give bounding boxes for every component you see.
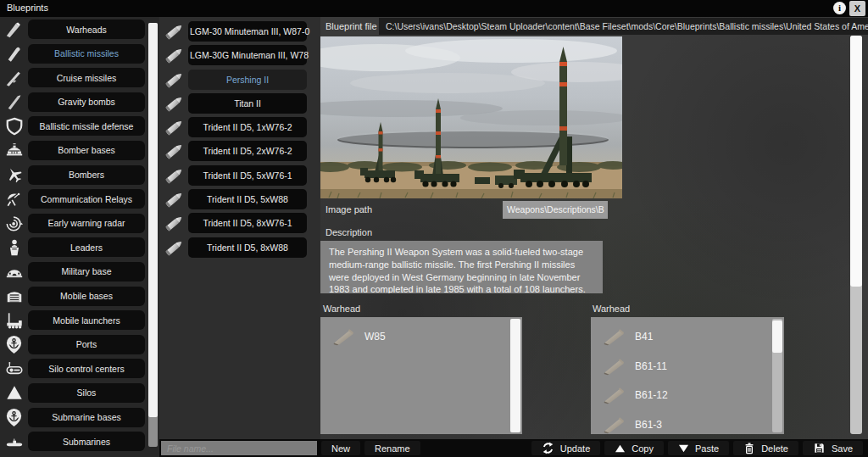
file-name-input[interactable] [161,441,317,455]
sidebar-row: Bomber bases [0,141,159,160]
blueprint-item[interactable]: Titan II [188,93,307,114]
leader-icon [0,238,28,257]
sidebar-item-cruise-missiles[interactable]: Cruise missiles [28,68,145,87]
missile-icon [159,188,188,210]
sidebar-row: Cruise missiles [0,68,159,87]
sidebar-scrollbar[interactable] [148,23,158,447]
save-button-label: Save [832,443,853,454]
sidebar-row: Leaders [0,237,159,257]
warhead-item[interactable]: B61-3 [591,410,784,435]
blueprint-item[interactable]: LGM-30G Minuteman III, W78 [188,45,307,65]
sidebar-item-silo-control-centers[interactable]: Silo control centers [28,359,145,378]
missile-icon [159,164,188,187]
warhead-icon [0,20,28,39]
blueprint-item-selected[interactable]: Pershing II [188,70,307,90]
warhead-available-panel: B41 B61-11 B61-12 B61-3 [591,317,784,434]
blueprint-row: Trident II D5, 1xW76-2 [159,117,320,137]
blueprint-item[interactable]: Trident II D5, 8xW76-1 [188,213,307,233]
warhead-cone-icon [331,327,355,346]
shield-icon [0,117,28,136]
warhead-current-scrollbar[interactable] [510,319,520,432]
warhead-cone-icon [602,357,626,376]
sidebar-item-submarines[interactable]: Submarines [28,432,145,451]
sidebar-scrollbar-thumb[interactable] [148,23,158,417]
rename-button[interactable]: Rename [364,441,420,455]
warhead-item[interactable]: B41 [591,322,784,352]
sidebar-item-warheads[interactable]: Warheads [28,20,145,39]
warhead-item[interactable]: B61-11 [591,352,784,382]
copy-button-label: Copy [632,443,654,454]
info-icon[interactable]: i [833,2,846,14]
close-button[interactable]: X [849,1,865,16]
mobile-launcher-icon [0,311,28,330]
new-button[interactable]: New [321,441,360,455]
delete-icon [743,442,755,454]
save-button[interactable]: Save [803,441,863,455]
blueprint-row: Pershing II [159,70,320,90]
update-button[interactable]: Update [531,441,600,455]
category-list: Warheads Ballistic missiles Cruise missi… [0,20,159,456]
blueprint-item[interactable]: LGM-30 Minuteman III, W87-0 [188,21,307,42]
sidebar-row: Early warning radar [0,214,159,233]
missile-icon [159,44,188,66]
sidebar-item-ballistic-missile-defense[interactable]: Ballistic missile defense [28,116,145,136]
anchor-badge-icon [0,335,28,354]
blueprint-item[interactable]: Trident II D5, 8xW88 [188,237,307,258]
sidebar-item-silos[interactable]: Silos [28,383,145,403]
missile-icon [159,212,188,234]
rename-button-label: Rename [375,443,410,454]
warhead-cone-icon [602,327,626,346]
blueprint-row: Trident II D5, 8xW88 [159,237,320,258]
blueprint-item[interactable]: Trident II D5, 2xW76-2 [188,141,307,161]
sidebar-row: Gravity bombs [0,92,159,112]
submarine-icon [0,432,28,451]
scrollbar-thumb[interactable] [510,319,520,432]
sidebar-item-ports[interactable]: Ports [28,335,145,354]
sidebar-item-ballistic-missiles[interactable]: Ballistic missiles [28,44,145,64]
sidebar-item-bombers[interactable]: Bombers [28,165,145,185]
anchor-badge-icon [0,408,28,427]
main-scrollbar[interactable] [850,36,862,434]
copy-button[interactable]: Copy [604,441,664,455]
blueprint-file-path-value[interactable]: C:\Users\ivans\Desktop\Steam Uploader\co… [379,18,868,35]
category-sidebar: Warheads Ballistic missiles Cruise missi… [0,17,159,457]
sidebar-row: Bombers [0,165,159,185]
image-path-value[interactable]: Weapons\Descriptions\B [503,201,608,219]
warhead-available-label: Warhead [593,304,630,314]
sidebar-row: Silo control centers [0,359,159,378]
sidebar-item-mobile-bases[interactable]: Mobile bases [28,287,145,306]
sidebar-item-bomber-bases[interactable]: Bomber bases [28,141,145,160]
blueprint-item[interactable]: Trident II D5, 5xW76-1 [188,165,307,186]
sidebar-item-leaders[interactable]: Leaders [28,237,145,257]
sidebar-row: Military base [0,262,159,281]
sidebar-item-communication-relays[interactable]: Communication Relays [28,189,145,209]
delete-button[interactable]: Delete [733,441,798,455]
sidebar-item-mobile-launchers[interactable]: Mobile launchers [28,310,145,330]
sidebar-item-military-base[interactable]: Military base [28,262,145,281]
warhead-item[interactable]: B61-12 [591,381,784,410]
warhead-available-scrollbar[interactable] [772,319,782,432]
sidebar-row: Mobile launchers [0,310,159,330]
update-button-label: Update [560,443,590,454]
airbase-icon [0,141,28,159]
sidebar-row: Mobile bases [0,287,159,306]
warhead-item[interactable]: W85 [320,322,522,352]
description-text[interactable]: The Pershing II Weapon System was a soli… [320,241,603,293]
blueprint-item[interactable]: Trident II D5, 1xW76-2 [188,117,307,137]
blueprint-item[interactable]: Trident II D5, 5xW88 [188,189,307,209]
sidebar-item-gravity-bombs[interactable]: Gravity bombs [28,92,145,112]
warhead-current-label: Warhead [323,304,360,314]
blueprint-list: LGM-30 Minuteman III, W87-0 LGM-30G Minu… [159,17,320,439]
sidebar-item-early-warning-radar[interactable]: Early warning radar [28,214,145,233]
main-scrollbar-thumb[interactable] [850,36,862,287]
satellite-dish-icon [0,190,28,209]
warhead-cone-icon [602,386,626,404]
blueprint-row: Trident II D5, 5xW76-1 [159,165,320,186]
sidebar-row: Communication Relays [0,189,159,209]
update-icon [542,442,554,454]
sidebar-item-submarine-bases[interactable]: Submarine bases [28,408,145,427]
scrollbar-thumb[interactable] [772,320,782,353]
sidebar-row: Ballistic missile defense [0,116,159,136]
footer-toolbar: New Rename Update Copy Paste [159,439,868,457]
paste-button[interactable]: Paste [668,441,729,455]
